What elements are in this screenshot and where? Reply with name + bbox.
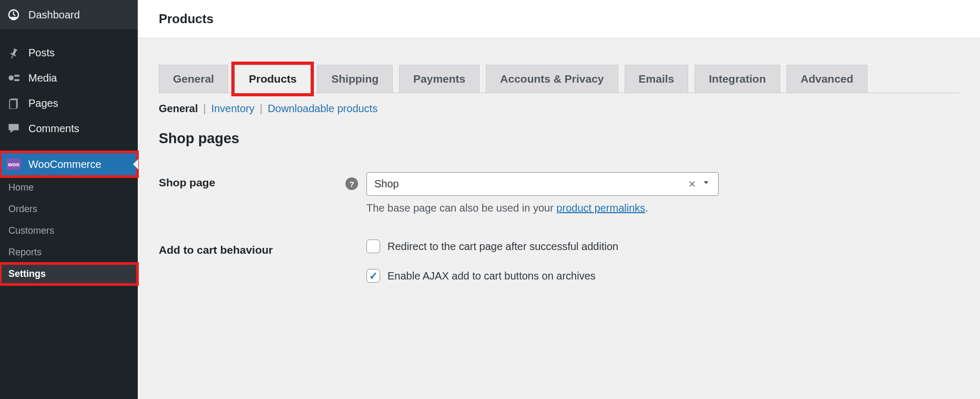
shop-page-label: Shop page [159, 172, 345, 189]
page-title: Products [159, 12, 959, 26]
tab-integration[interactable]: Integration [695, 65, 780, 93]
shop-page-value: Shop [374, 178, 688, 190]
sidebar-pages-label: Pages [28, 97, 58, 109]
sidebar-item-woocommerce[interactable]: woo WooCommerce [0, 152, 138, 177]
settings-tabs: General Products Shipping Payments Accou… [159, 65, 959, 93]
ajax-label: Enable AJAX add to cart buttons on archi… [387, 270, 596, 282]
media-icon [6, 71, 21, 85]
sidebar-item-dashboard[interactable]: Dashboard [0, 0, 138, 29]
sidebar-subitem-settings[interactable]: Settings [0, 263, 138, 285]
redirect-checkbox[interactable] [366, 240, 380, 253]
help-icon[interactable]: ? [345, 177, 358, 190]
subtab-downloadable[interactable]: Downloadable products [268, 103, 377, 115]
sidebar-item-media[interactable]: Media [0, 65, 138, 91]
sidebar-posts-label: Posts [28, 47, 55, 59]
ajax-checkbox[interactable] [366, 269, 380, 283]
page-header: Products [138, 0, 980, 38]
tab-advanced[interactable]: Advanced [787, 65, 867, 93]
woocommerce-icon: woo [6, 157, 21, 172]
sidebar-item-comments[interactable]: Comments [0, 116, 138, 141]
sub-tabs: General | Inventory | Downloadable produ… [159, 103, 959, 115]
subtab-inventory[interactable]: Inventory [211, 103, 254, 115]
tab-accounts-privacy[interactable]: Accounts & Privacy [486, 65, 618, 93]
svg-rect-4 [9, 99, 16, 109]
product-permalinks-link[interactable]: product permalinks [556, 202, 645, 214]
redirect-label: Redirect to the cart page after successf… [387, 241, 618, 253]
sidebar-subitem-customers[interactable]: Customers [0, 220, 138, 242]
tab-emails[interactable]: Emails [625, 65, 689, 93]
sidebar-subitem-home[interactable]: Home [0, 177, 138, 198]
sidebar-comments-label: Comments [28, 123, 79, 135]
subtab-general[interactable]: General [159, 103, 198, 115]
pin-icon [6, 45, 21, 60]
chevron-down-icon [701, 178, 711, 190]
sidebar-item-posts[interactable]: Posts [0, 40, 138, 65]
tab-general[interactable]: General [159, 65, 228, 93]
svg-rect-1 [14, 75, 19, 77]
sidebar-woocommerce-label: WooCommerce [28, 158, 101, 171]
shop-page-select[interactable]: Shop ✕ [366, 172, 719, 196]
main-content: Products General Products Shipping Payme… [138, 0, 980, 399]
pages-icon [6, 96, 21, 111]
shop-page-hint: The base page can also be used in your p… [366, 202, 959, 214]
sidebar-subitem-orders[interactable]: Orders [0, 198, 138, 220]
clear-icon[interactable]: ✕ [688, 178, 696, 190]
admin-sidebar: Dashboard Posts Media Pages [0, 0, 138, 399]
dashboard-icon [6, 7, 21, 22]
section-shop-pages-heading: Shop pages [159, 131, 959, 147]
sidebar-media-label: Media [28, 72, 57, 84]
sidebar-dashboard-label: Dashboard [28, 9, 80, 21]
add-to-cart-label: Add to cart behaviour [159, 240, 345, 256]
tab-products[interactable]: Products [234, 65, 311, 93]
tab-payments[interactable]: Payments [399, 65, 479, 93]
svg-point-0 [8, 75, 14, 81]
sidebar-subitem-reports[interactable]: Reports [0, 242, 138, 263]
comment-icon [6, 121, 21, 136]
svg-rect-2 [14, 79, 19, 81]
tab-shipping[interactable]: Shipping [317, 65, 393, 93]
sidebar-item-pages[interactable]: Pages [0, 91, 138, 116]
